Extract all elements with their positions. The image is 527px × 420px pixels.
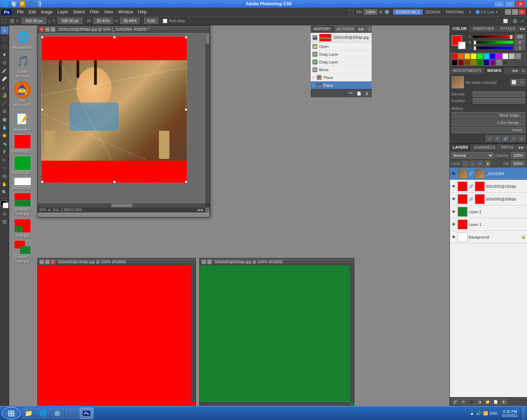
blur-tool[interactable]: 💧: [1, 124, 8, 131]
window3-content[interactable]: [200, 265, 354, 406]
color-bg-swatch[interactable]: [458, 42, 466, 49]
layer-visibility-layer1[interactable]: 👁: [451, 222, 457, 227]
x-input[interactable]: [21, 18, 46, 24]
shape-tool[interactable]: □: [1, 164, 8, 172]
b-slider[interactable]: [472, 46, 514, 50]
clone-tool[interactable]: 🔏: [1, 91, 8, 99]
view-icon[interactable]: ⊞: [379, 10, 383, 14]
swatch-2[interactable]: [464, 53, 470, 59]
eyedropper-tool[interactable]: 💉: [1, 67, 8, 75]
fg-bg-colors[interactable]: [1, 200, 8, 208]
swatch-0[interactable]: [452, 53, 458, 59]
move-tool[interactable]: ✛: [1, 26, 8, 34]
desktop-icon-mouseprints[interactable]: 🌐 Mouseprints: [11, 28, 34, 50]
layer-item-s1h1094[interactable]: 👁 🔗 _S1H1094: [450, 167, 527, 180]
w-input[interactable]: [93, 18, 113, 24]
desktop-icon-untitled3[interactable]: Untitled-3 copy.jpg: [11, 240, 34, 264]
show-desktop-btn[interactable]: [522, 407, 525, 420]
globe-icon[interactable]: 🌐: [2, 1, 9, 7]
swatch-18[interactable]: [496, 60, 502, 66]
history-new-doc-btn[interactable]: 📄: [355, 90, 362, 97]
desktop-icon-1000x100[interactable]: 1000x100@...: [11, 178, 34, 190]
background-color[interactable]: [3, 203, 8, 208]
taskbar-app-mpl[interactable]: 🎵: [65, 408, 79, 419]
place2-expand[interactable]: ▷: [312, 84, 315, 87]
desktop-icon-wizard[interactable]: 🧙 Play Wizard101: [11, 81, 34, 107]
maximize-btn[interactable]: □: [505, 1, 515, 7]
h-input[interactable]: [120, 18, 140, 24]
lasso-tool[interactable]: 〇: [1, 43, 8, 50]
tray-arrow[interactable]: ▲: [470, 411, 474, 416]
painting-btn[interactable]: PAINTING: [443, 9, 467, 15]
lock-position-btn[interactable]: ✛: [477, 161, 483, 166]
3d-tool[interactable]: 3D: [1, 172, 8, 180]
history-item-move[interactable]: ✛ Move: [311, 66, 372, 74]
menu-image[interactable]: Image: [38, 9, 55, 15]
layer-style-btn[interactable]: fx: [460, 399, 467, 405]
dodge-tool[interactable]: ☀️: [1, 132, 8, 140]
tray-network[interactable]: 📶: [483, 411, 488, 416]
history-delete-btn[interactable]: 🗑: [364, 90, 371, 97]
adj-panel-menu[interactable]: ▶▶: [511, 67, 520, 74]
history-create-snapshot-btn[interactable]: 📷: [347, 90, 354, 97]
win3-max[interactable]: □: [207, 260, 212, 264]
mask-icon4[interactable]: ⊖: [510, 135, 517, 142]
layer-item-layer2[interactable]: 👁 Layer 2: [450, 205, 527, 218]
menu-help[interactable]: Help: [136, 9, 149, 15]
win3-scroll-right[interactable]: [350, 265, 354, 402]
masks-tab[interactable]: MASKS: [484, 67, 504, 74]
app5-icon[interactable]: 🎙️: [36, 1, 43, 7]
history-item-place2[interactable]: ▷ 📥 Place: [311, 81, 372, 89]
gradient-tool[interactable]: ▦: [1, 116, 8, 123]
layer-link-btn[interactable]: 🔗: [452, 399, 459, 405]
win2-close[interactable]: ✕: [51, 260, 55, 264]
cslive-btn[interactable]: CS Live ▼: [473, 9, 501, 15]
app3-icon[interactable]: P: [19, 1, 25, 7]
history-panel-options[interactable]: ☰: [366, 26, 373, 32]
taskbar-app-ps[interactable]: Ps: [80, 408, 93, 419]
marquee-tool[interactable]: ⬚: [1, 35, 8, 42]
menu-view[interactable]: View: [101, 9, 116, 15]
color-range-btn[interactable]: Color Range...: [452, 119, 525, 126]
layer-visibility-500x300[interactable]: 👁: [451, 196, 457, 202]
swatch-7[interactable]: [496, 53, 502, 59]
menu-select[interactable]: Select: [70, 9, 87, 15]
design-btn[interactable]: DESIGN: [423, 9, 443, 15]
desktop-icon-itunes[interactable]: 🎵 iTunes Account: [11, 52, 34, 79]
r-slider[interactable]: [472, 35, 514, 38]
mask-icon3[interactable]: 🔗: [502, 135, 509, 142]
taskbar-clock[interactable]: 4:30 PM 5/15/2011: [501, 409, 520, 418]
close-btn[interactable]: ✕: [515, 1, 525, 7]
extras-icon[interactable]: ⚙️: [384, 10, 390, 14]
history-brush-tool[interactable]: 🖋️: [1, 99, 8, 107]
tray-eng[interactable]: ENG: [490, 412, 498, 415]
main-win-min[interactable]: —: [45, 27, 50, 32]
desktop-icon-notepad[interactable]: 📝 Notepad++: [11, 110, 34, 132]
menu-file[interactable]: File: [14, 9, 26, 15]
taskbar-app-ie[interactable]: 🌐: [36, 408, 50, 419]
menu-edit[interactable]: Edit: [26, 9, 38, 15]
desktop-icon-500x300[interactable]: 500x500@3...: [11, 156, 34, 175]
color-tab[interactable]: COLOR: [450, 25, 470, 32]
layer-visibility-bg[interactable]: 👁: [451, 234, 457, 240]
swatch-15[interactable]: [477, 60, 483, 66]
desktop-icon-untitled2[interactable]: Untitled-2 copy.jpg: [11, 193, 34, 216]
win2-scroll-right[interactable]: [191, 265, 196, 402]
status-nav-right[interactable]: ▶: [201, 208, 204, 212]
fill-input[interactable]: [511, 161, 525, 166]
adjustments-tab[interactable]: ADJUSTMENTS: [450, 67, 484, 74]
mask-icon2[interactable]: 👁: [494, 135, 501, 142]
menu-window[interactable]: Window: [116, 9, 136, 15]
blend-mode-select[interactable]: Normal: [452, 152, 494, 159]
swatch-14[interactable]: [471, 60, 477, 66]
b-input[interactable]: [515, 45, 525, 50]
feather-input[interactable]: [473, 98, 525, 104]
zoom-select[interactable]: 100%: [364, 9, 377, 15]
cancel-transform-icon[interactable]: ⊘: [513, 18, 517, 24]
path-selection-tool[interactable]: ▷: [1, 156, 8, 164]
layer-visibility-s1h1094[interactable]: 👁: [451, 171, 457, 177]
main-win-close[interactable]: ✕: [39, 27, 44, 32]
vector-mask-btn[interactable]: ◇: [518, 79, 525, 86]
magic-wand-tool[interactable]: ✱: [1, 51, 8, 58]
history-item-drag1[interactable]: ⊞ Drag Layer: [311, 50, 372, 58]
